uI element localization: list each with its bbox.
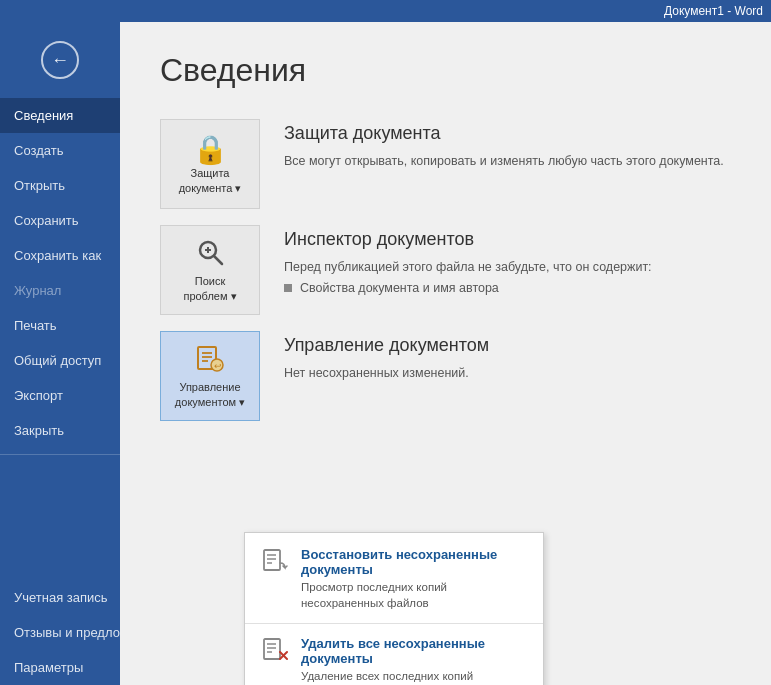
back-button[interactable]: ← xyxy=(30,30,90,90)
inspect-icon-label: Поискпроблем ▾ xyxy=(183,274,236,303)
sidebar-item-journal: Журнал xyxy=(0,273,120,308)
title-bar: Документ1 - Word xyxy=(0,0,771,22)
page-title: Сведения xyxy=(160,52,731,89)
dropdown-divider xyxy=(245,623,543,624)
main-layout: ← Сведения Создать Открыть Сохранить Сох… xyxy=(0,22,771,685)
protect-card: 🔒 Защитадокумента ▾ Защита документа Все… xyxy=(160,119,731,209)
sidebar-item-open[interactable]: Открыть xyxy=(0,168,120,203)
recover-row: Восстановить несохраненные документы Про… xyxy=(259,547,529,611)
sidebar-divider xyxy=(0,454,120,455)
delete-unsaved-button[interactable]: Удалить все несохраненные документы Удал… xyxy=(245,626,543,685)
manage-document-button[interactable]: ↩ Управлениедокументом ▾ xyxy=(160,331,260,421)
manage-icon-label: Управлениедокументом ▾ xyxy=(175,380,245,409)
svg-rect-14 xyxy=(264,639,280,659)
inspect-icon xyxy=(195,237,225,274)
delete-icon xyxy=(259,636,291,662)
inspect-card-title: Инспектор документов xyxy=(284,229,731,250)
inspect-card: Поискпроблем ▾ Инспектор документов Пере… xyxy=(160,225,731,315)
content-area: Сведения 🔒 Защитадокумента ▾ Защита доку… xyxy=(120,22,771,685)
protect-card-content: Защита документа Все могут открывать, ко… xyxy=(284,119,731,171)
protect-document-button[interactable]: 🔒 Защитадокумента ▾ xyxy=(160,119,260,209)
manage-card-content: Управление документом Нет несохраненных … xyxy=(284,331,731,383)
sidebar-item-feedback[interactable]: Отзывы и предложения xyxy=(0,615,120,650)
sidebar-item-print[interactable]: Печать xyxy=(0,308,120,343)
back-arrow-icon: ← xyxy=(41,41,79,79)
inspect-list-item: Свойства документа и имя автора xyxy=(284,281,731,295)
manage-card: ↩ Управлениедокументом ▾ Управление доку… xyxy=(160,331,731,421)
sidebar-item-close[interactable]: Закрыть xyxy=(0,413,120,448)
sidebar-item-options[interactable]: Параметры xyxy=(0,650,120,685)
sidebar-nav: Сведения Создать Открыть Сохранить Сохра… xyxy=(0,98,120,448)
delete-desc: Удаление всех последних копий несохранен… xyxy=(301,668,529,685)
title-bar-text: Документ1 - Word xyxy=(664,4,763,18)
delete-title: Удалить все несохраненные документы xyxy=(301,636,529,666)
recover-text-block: Восстановить несохраненные документы Про… xyxy=(301,547,529,611)
bullet-icon xyxy=(284,284,292,292)
manage-dropdown-menu: Восстановить несохраненные документы Про… xyxy=(244,532,544,685)
protect-card-title: Защита документа xyxy=(284,123,731,144)
sidebar-bottom: Учетная запись Отзывы и предложения Пара… xyxy=(0,580,120,685)
manage-card-title: Управление документом xyxy=(284,335,731,356)
sidebar-item-info[interactable]: Сведения xyxy=(0,98,120,133)
svg-text:↩: ↩ xyxy=(214,361,222,371)
sidebar: ← Сведения Создать Открыть Сохранить Сох… xyxy=(0,22,120,685)
delete-text-block: Удалить все несохраненные документы Удал… xyxy=(301,636,529,685)
delete-row: Удалить все несохраненные документы Удал… xyxy=(259,636,529,685)
sidebar-item-export[interactable]: Экспорт xyxy=(0,378,120,413)
manage-card-desc: Нет несохраненных изменений. xyxy=(284,364,731,383)
inspect-card-content: Инспектор документов Перед публикацией э… xyxy=(284,225,731,295)
protect-icon-label: Защитадокумента ▾ xyxy=(179,166,242,195)
inspect-document-button[interactable]: Поискпроблем ▾ xyxy=(160,225,260,315)
protect-card-desc: Все могут открывать, копировать и изменя… xyxy=(284,152,731,171)
sidebar-item-account[interactable]: Учетная запись xyxy=(0,580,120,615)
recover-icon xyxy=(259,547,291,573)
sidebar-item-new[interactable]: Создать xyxy=(0,133,120,168)
svg-rect-10 xyxy=(264,550,280,570)
recover-unsaved-button[interactable]: Восстановить несохраненные документы Про… xyxy=(245,537,543,621)
sidebar-item-share[interactable]: Общий доступ xyxy=(0,343,120,378)
inspect-card-desc: Перед публикацией этого файла не забудьт… xyxy=(284,258,731,277)
lock-icon: 🔒 xyxy=(193,133,228,166)
manage-icon: ↩ xyxy=(195,343,225,380)
sidebar-item-save-as[interactable]: Сохранить как xyxy=(0,238,120,273)
recover-title: Восстановить несохраненные документы xyxy=(301,547,529,577)
sidebar-item-save[interactable]: Сохранить xyxy=(0,203,120,238)
recover-desc: Просмотр последних копий несохраненных ф… xyxy=(301,579,529,611)
svg-line-1 xyxy=(214,256,222,264)
